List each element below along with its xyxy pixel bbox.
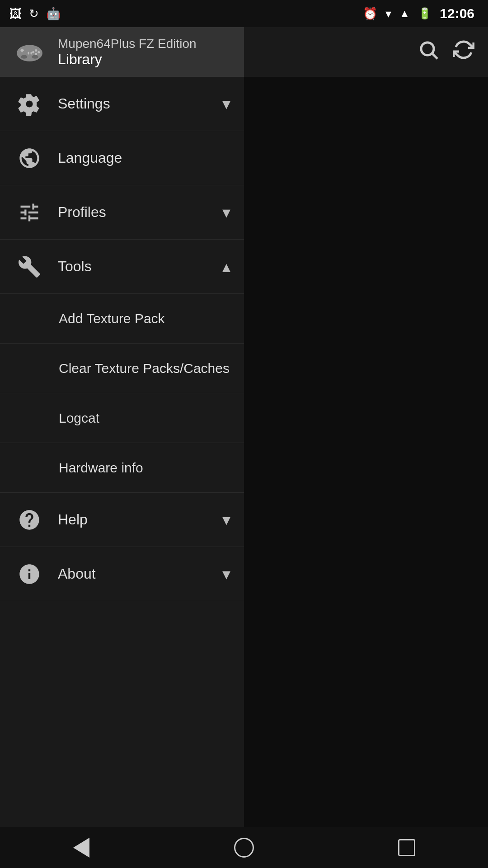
header-text: Mupen64Plus FZ Edition Library [58, 37, 197, 68]
settings-chevron: ▾ [222, 94, 230, 113]
gear-icon [14, 88, 45, 120]
menu-item-tools[interactable]: Tools ▴ [0, 240, 244, 294]
globe-icon [14, 142, 45, 174]
menu-item-profiles[interactable]: Profiles ▾ [0, 185, 244, 240]
wifi-icon: ▾ [385, 7, 391, 21]
main-content-area [244, 27, 488, 868]
help-chevron: ▾ [222, 510, 230, 529]
profiles-label: Profiles [58, 204, 222, 221]
navigation-drawer: Mupen64Plus FZ Edition Library Settings … [0, 27, 244, 868]
tools-label: Tools [58, 258, 222, 275]
svg-rect-11 [28, 52, 29, 54]
svg-point-5 [35, 49, 37, 51]
sub-item-logcat[interactable]: Logcat [0, 393, 244, 443]
language-label: Language [58, 150, 230, 166]
menu-item-about[interactable]: About ▾ [0, 547, 244, 601]
image-icon: 🖼 [9, 6, 22, 21]
recents-button[interactable] [380, 832, 434, 863]
menu-item-help[interactable]: Help ▾ [0, 493, 244, 547]
svg-rect-4 [21, 48, 23, 52]
settings-label: Settings [58, 95, 222, 112]
help-label: Help [58, 511, 222, 528]
menu-item-language[interactable]: Language [0, 131, 244, 185]
svg-point-6 [38, 51, 40, 53]
question-icon [14, 504, 45, 536]
refresh-button[interactable] [453, 39, 474, 66]
clear-texture-packs-label: Clear Texture Packs/Caches [59, 361, 230, 376]
main-toolbar [244, 27, 488, 77]
svg-line-1 [432, 54, 437, 59]
app-logo-icon [14, 36, 45, 68]
search-button[interactable] [418, 39, 439, 66]
svg-point-10 [32, 55, 38, 58]
about-label: About [58, 566, 222, 582]
status-bar-left-icons: 🖼 ↻ 🤖 [9, 6, 61, 21]
svg-point-0 [421, 42, 434, 55]
svg-point-9 [21, 55, 27, 58]
tools-icon [14, 251, 45, 283]
battery-icon: 🔋 [418, 7, 432, 20]
status-time: 12:06 [440, 6, 474, 21]
add-texture-pack-label: Add Texture Pack [59, 311, 165, 326]
svg-point-8 [32, 51, 34, 53]
drawer-header: Mupen64Plus FZ Edition Library [0, 27, 244, 77]
signal-icon: ▲ [399, 7, 410, 20]
back-icon [73, 838, 89, 858]
sliders-icon [14, 197, 45, 228]
home-icon [234, 838, 254, 858]
sub-item-hardware-info[interactable]: Hardware info [0, 443, 244, 493]
status-bar: 🖼 ↻ 🤖 ⏰ ▾ ▲ 🔋 12:06 [0, 0, 488, 27]
alarm-icon: ⏰ [363, 7, 377, 21]
back-button[interactable] [54, 832, 108, 863]
svg-point-7 [35, 53, 37, 55]
sub-item-clear-texture-packs[interactable]: Clear Texture Packs/Caches [0, 344, 244, 393]
section-label: Library [58, 51, 197, 68]
sync-icon: ↻ [29, 7, 39, 21]
logcat-label: Logcat [59, 410, 99, 426]
about-chevron: ▾ [222, 565, 230, 584]
home-button[interactable] [217, 832, 271, 863]
tools-chevron: ▴ [222, 257, 230, 276]
app-name-label: Mupen64Plus FZ Edition [58, 37, 197, 51]
bottom-navigation [0, 827, 488, 868]
android-icon: 🤖 [46, 7, 61, 21]
svg-rect-12 [30, 52, 32, 54]
menu-item-settings[interactable]: Settings ▾ [0, 77, 244, 131]
info-icon [14, 558, 45, 590]
profiles-chevron: ▾ [222, 203, 230, 222]
hardware-info-label: Hardware info [59, 460, 143, 476]
recents-icon [398, 839, 415, 856]
sub-item-add-texture-pack[interactable]: Add Texture Pack [0, 294, 244, 344]
